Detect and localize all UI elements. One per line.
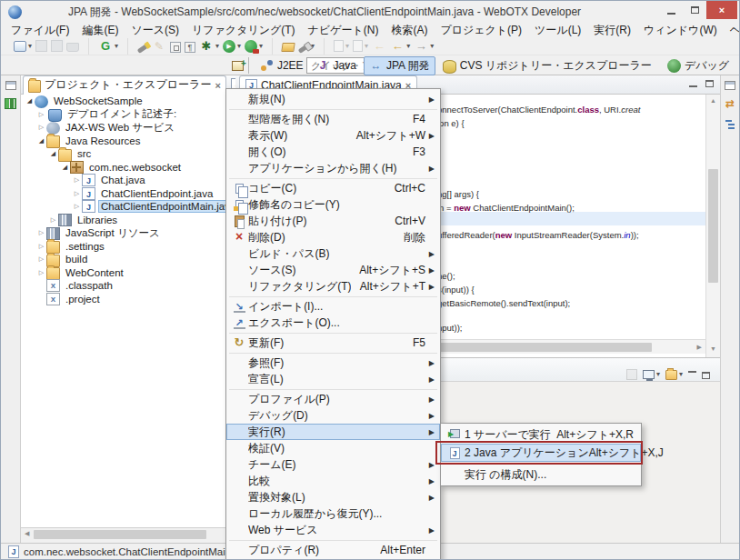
- tree-expander-icon[interactable]: ▷: [72, 190, 82, 197]
- dropdown-arrow-icon[interactable]: ▾: [406, 42, 410, 50]
- dropdown-arrow-icon[interactable]: ▾: [656, 370, 660, 378]
- back-icon[interactable]: ←▾: [390, 39, 410, 54]
- tree-expander-icon[interactable]: ▷: [36, 229, 46, 236]
- menu-item-インポートI[interactable]: ↘インポート(I)...: [226, 298, 440, 315]
- project-explorer-hscrollbar[interactable]: ◀: [21, 527, 235, 540]
- tree-expander-icon[interactable]: ▷: [36, 269, 46, 276]
- tree-item[interactable]: ▷JavaScript リソース: [21, 226, 235, 240]
- forward-icon[interactable]: →▾: [414, 39, 434, 54]
- menubar-item[interactable]: 検索(A): [385, 23, 434, 37]
- menu-item-アプリケーションから開くH[interactable]: アプリケーションから開く(H)▶: [226, 160, 440, 176]
- dropdown-arrow-icon[interactable]: ▾: [430, 42, 434, 50]
- menubar-item[interactable]: プロジェクト(P): [434, 23, 528, 37]
- minimize-window-button[interactable]: [659, 1, 683, 19]
- submenu-item-2Javaアプリケーション[interactable]: J2 Java アプリケーションAlt+シフト+X,J: [441, 444, 641, 462]
- menu-item-表示W[interactable]: 表示(W)Alt+シフト+W▶: [226, 127, 440, 144]
- maximize-icon[interactable]: [702, 369, 710, 379]
- menu-item-削除D[interactable]: ×削除(D)削除: [226, 229, 440, 245]
- webotx-deploy-icon[interactable]: G▾: [98, 39, 118, 54]
- dropdown-arrow-icon[interactable]: ▾: [345, 42, 349, 50]
- menu-item-開くO[interactable]: 開く(O)F3: [226, 144, 440, 160]
- menu-item-Webサービス[interactable]: Web サービス▶: [226, 522, 440, 538]
- tree-expander-icon[interactable]: ◢: [25, 97, 35, 105]
- tree-item[interactable]: ◢Java Resources: [21, 135, 235, 148]
- menu-item-エクスポートO[interactable]: ↗エクスポート(O)...: [226, 315, 440, 331]
- perspective-j2ee[interactable]: J2EE: [255, 57, 309, 75]
- tree-expander-icon[interactable]: ◢: [36, 137, 46, 145]
- restore-pane-icon[interactable]: [725, 78, 735, 91]
- scroll-left-icon[interactable]: ◀: [25, 530, 29, 537]
- perspective-java[interactable]: JJava: [311, 57, 362, 75]
- scrollbar-thumb[interactable]: [708, 169, 718, 283]
- tree-item[interactable]: ▷JChatClientEndpoint.java: [21, 187, 235, 201]
- dropdown-arrow-icon[interactable]: ▾: [215, 42, 219, 50]
- coverage-icon[interactable]: ▾: [245, 39, 263, 53]
- tree-expander-icon[interactable]: ◢: [48, 150, 58, 157]
- menu-item-プロパティR[interactable]: プロパティ(R)Alt+Enter: [226, 542, 440, 558]
- perspective-デバッグ[interactable]: デバッグ: [659, 56, 735, 75]
- tree-item[interactable]: ◢src: [21, 147, 235, 161]
- menu-item-デバッグD[interactable]: デバッグ(D)▶: [226, 407, 440, 424]
- menubar-item[interactable]: 実行(R): [587, 23, 637, 37]
- menu-item-型階層を開くN[interactable]: 型階層を開く(N)F4: [226, 111, 440, 127]
- outline-view-icon[interactable]: [725, 116, 735, 129]
- menu-item-置換対象L[interactable]: 置換対象(L)▶: [226, 489, 440, 505]
- tree-expander-icon[interactable]: ▷: [48, 216, 58, 224]
- dropdown-arrow-icon[interactable]: ▾: [259, 42, 263, 50]
- tree-item[interactable]: ▷JAX-WS Web サービス: [21, 121, 235, 135]
- tree-expander-icon[interactable]: ▷: [36, 124, 46, 131]
- tree-expander-icon[interactable]: ▷: [72, 176, 82, 184]
- minimize-icon[interactable]: [687, 78, 698, 89]
- menu-item-貼り付けP[interactable]: 貼り付け(P)Ctrl+V: [226, 213, 440, 229]
- menubar-item[interactable]: 編集(E): [75, 23, 125, 37]
- debug-toolbar-icon[interactable]: ✱▾: [199, 39, 219, 54]
- menubar-item[interactable]: ツール(L): [528, 23, 587, 37]
- menubar-item[interactable]: リファクタリング(T): [185, 23, 302, 37]
- close-icon[interactable]: ×: [215, 80, 220, 91]
- dropdown-arrow-icon[interactable]: ▾: [115, 42, 118, 50]
- menu-item-実行R[interactable]: 実行(R)▶: [226, 424, 440, 440]
- sync-view-icon[interactable]: ⇄: [723, 96, 737, 111]
- menu-item-比較[interactable]: 比較▶: [226, 473, 440, 489]
- menubar-item[interactable]: ナビゲート(N): [302, 23, 385, 37]
- tree-expander-icon[interactable]: ◢: [60, 164, 70, 171]
- tree-expander-icon[interactable]: ▷: [36, 243, 46, 250]
- scrollbar-thumb[interactable]: [34, 530, 206, 539]
- mark-occurrences-icon[interactable]: [170, 40, 181, 53]
- menu-item-ソースS[interactable]: ソース(S)Alt+シフト+S▶: [226, 262, 440, 278]
- menu-item-プロファイルP[interactable]: プロファイル(P)▶: [226, 391, 440, 407]
- menubar-item[interactable]: ヘルプ(H): [724, 23, 740, 37]
- menubar-item[interactable]: ウィンドウ(W): [637, 23, 724, 37]
- perspective-jpa-開発[interactable]: ↔JPA 開発: [364, 56, 435, 75]
- open-console-icon[interactable]: ▾: [665, 369, 683, 380]
- close-window-button[interactable]: ×: [706, 1, 737, 19]
- editor-vscrollbar[interactable]: ▲ ▼: [705, 95, 720, 357]
- open-resource-icon[interactable]: [282, 40, 295, 52]
- tree-expander-icon[interactable]: ▷: [72, 203, 82, 210]
- dropdown-arrow-icon[interactable]: ▾: [237, 42, 241, 50]
- tree-item[interactable]: ▷build: [21, 253, 235, 266]
- maximize-window-button[interactable]: [683, 1, 706, 19]
- restore-pane-icon[interactable]: [5, 78, 16, 91]
- tree-expander-icon[interactable]: ▷: [36, 111, 46, 118]
- tab-project-explorer[interactable]: プロジェクト・エクスプローラー ×: [23, 75, 226, 95]
- perspective-cvs-リポジトリー・エクスプローラー[interactable]: CVS リポジトリー・エクスプローラー: [437, 56, 657, 75]
- display-selected-console-icon[interactable]: ▾: [643, 369, 660, 379]
- dropdown-arrow-icon[interactable]: ▾: [28, 42, 32, 50]
- menu-item-コピーC[interactable]: コピー(C)Ctrl+C: [226, 180, 440, 196]
- menu-item-ローカル履歴から復元Y[interactable]: ローカル履歴から復元(Y)...: [226, 505, 440, 522]
- dropdown-arrow-icon[interactable]: ▾: [679, 370, 683, 378]
- dropdown-arrow-icon[interactable]: ▾: [365, 42, 368, 50]
- tree-item[interactable]: ▷JChatClientEndpointMain.java: [21, 200, 235, 214]
- tree-item[interactable]: X.classpath: [21, 279, 235, 293]
- menubar-item[interactable]: ファイル(F): [5, 23, 75, 37]
- run-toolbar-icon[interactable]: ▶▾: [223, 39, 241, 53]
- scrollbar-thumb[interactable]: [437, 343, 652, 352]
- scroll-down-icon[interactable]: ▼: [710, 345, 716, 352]
- tree-item[interactable]: ▷WebContent: [21, 266, 235, 280]
- menubar-item[interactable]: ソース(S): [125, 23, 185, 37]
- tree-item[interactable]: ▷JChat.java: [21, 174, 235, 187]
- servers-view-icon[interactable]: [5, 96, 16, 109]
- menu-item-検証V[interactable]: 検証(V): [226, 440, 440, 456]
- menu-item-リファクタリングT[interactable]: リファクタリング(T)Alt+シフト+T▶: [226, 278, 440, 295]
